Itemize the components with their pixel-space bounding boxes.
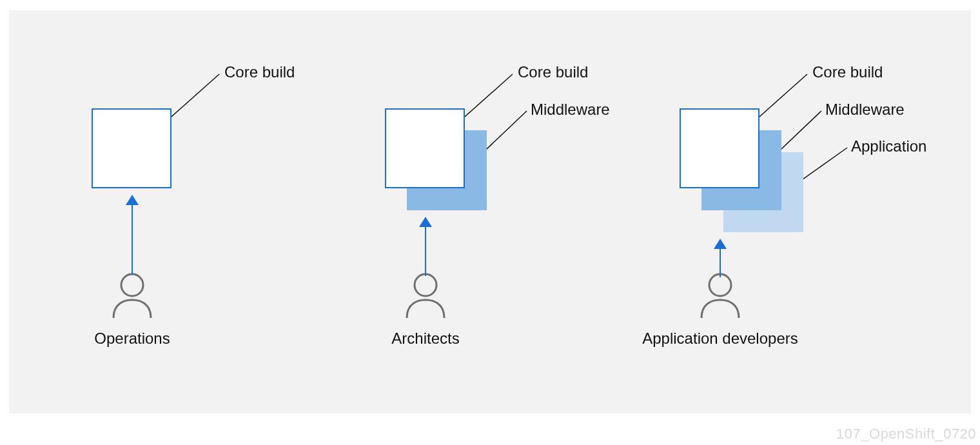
label-core-build: Core build [224,63,295,81]
person-icon [111,273,153,319]
label-core-build: Core build [518,63,588,81]
column-architects: Core build Middleware Architects [329,10,650,413]
diagram-canvas: Core build Operations Core build Middlew… [9,10,971,413]
person-icon [404,273,447,319]
role-label: Application developers [591,330,849,348]
label-middleware: Middleware [531,101,610,119]
svg-point-1 [121,274,143,296]
label-core-build: Core build [812,63,883,81]
core-build-box [385,108,465,188]
column-application-developers: Core build Middleware Application Applic… [650,10,971,413]
svg-point-4 [415,274,436,296]
core-build-box [680,108,760,188]
column-operations: Core build Operations [9,10,329,413]
label-middleware: Middleware [825,101,905,119]
label-application: Application [851,137,926,155]
core-build-box [92,108,172,188]
role-label: Architects [297,330,554,348]
person-icon [699,273,741,319]
watermark-text: 107_OpenShift_0720 [836,426,976,442]
role-label: Operations [3,330,261,348]
svg-point-8 [709,274,731,296]
